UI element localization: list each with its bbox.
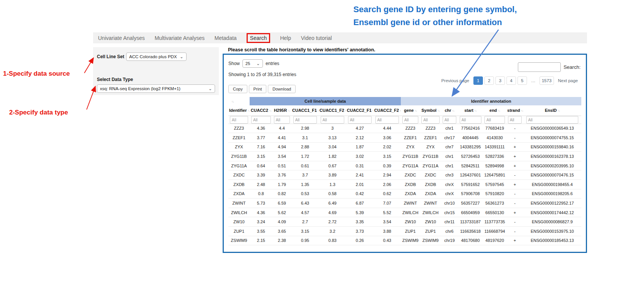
print-button[interactable]: Print [249, 85, 267, 93]
sort-icon[interactable]: ↑↓ [318, 109, 319, 113]
sort-icon[interactable]: ↑↓ [557, 109, 560, 113]
page-button-3[interactable]: 3 [495, 76, 505, 85]
filter-input-gene[interactable] [402, 116, 418, 124]
sort-icon[interactable]: ↑↓ [498, 109, 500, 113]
column-header-h295r[interactable]: H295R↑↓ [272, 105, 291, 116]
cell-start: 4004445 [458, 133, 483, 143]
table-row[interactable]: ZWILCH4.365.624.574.695.395.52ZWILCHZWIL… [228, 208, 581, 217]
page-button-1[interactable]: 1 [473, 76, 483, 85]
nav-item-video-tutorial[interactable]: Video tutorial [301, 35, 332, 41]
filter-input-ensid[interactable] [526, 116, 578, 124]
column-header-strand[interactable]: strand↑↓ [506, 105, 523, 116]
cell-cuacc2: 7.16 [250, 142, 272, 152]
nav-item-univariate-analyses[interactable]: Univariate Analyses [98, 35, 145, 41]
filter-input-end[interactable] [484, 116, 505, 124]
cell-line-set-select[interactable]: ACC Colorado plus PDX ⌄ [126, 52, 187, 61]
download-button[interactable]: Download [268, 85, 296, 93]
sort-icon[interactable]: ↑↓ [521, 109, 523, 113]
table-row[interactable]: ZW103.244.092.72.723.353.54ZW10ZW10chr11… [228, 217, 581, 227]
table-row[interactable]: ZSWIM92.152.380.950.830.260.43ZSWIM9ZSWI… [228, 236, 581, 245]
cell-cuacc2-f2: 0.62 [373, 189, 401, 199]
table-row[interactable]: ZXDC3.393.763.73.892.412.94ZXDCZXDCchr31… [228, 170, 581, 180]
cell-cuacc1-f2: 3.13 [319, 133, 346, 143]
cell-h295r: 4.4 [272, 124, 291, 133]
cell-gene: ZWINT [401, 199, 420, 208]
table-row[interactable]: ZYX7.164.942.883.041.872.02ZYXZYXchr7143… [228, 142, 581, 152]
page-button-1573[interactable]: 1573 [540, 76, 554, 85]
filter-input-cuacc1-f1[interactable] [293, 116, 317, 124]
table-row[interactable]: ZXDA0.80.820.530.580.420.62ZXDAZXDAchrX5… [228, 189, 581, 199]
cell-h295r: 4.94 [272, 142, 291, 152]
column-header-cuacc2[interactable]: CUACC2↑↓ [250, 105, 272, 116]
filter-input-cuacc2-f2[interactable] [375, 116, 399, 124]
sort-icon[interactable]: ↑↓ [231, 100, 234, 103]
nav-item-multivariate-analyses[interactable]: Multivariate Analyses [155, 35, 205, 41]
cell-start: 113733187 [458, 217, 483, 227]
sort-icon[interactable]: ↑↓ [247, 109, 250, 113]
cell-gene: ZXDC [401, 170, 420, 180]
column-header-cuacc1-f1[interactable]: CUACC1_F1↑↓ [291, 105, 319, 116]
next-page-button[interactable]: Next page [555, 76, 581, 85]
nav-item-metadata[interactable]: Metadata [214, 35, 236, 41]
column-header-chr[interactable]: chr↑↓ [441, 105, 458, 116]
column-header-gene[interactable]: gene↑↓ [401, 105, 420, 116]
table-row[interactable]: ZUP13.553.653.153.23.733.88ZUP1ZUP1chr61… [228, 227, 581, 236]
data-type-select[interactable]: xsq: RNA-seq Expression (log2 FPKM+1) ⌄ [97, 84, 215, 93]
page-button-2[interactable]: 2 [484, 76, 494, 85]
filter-input-identifier[interactable] [230, 116, 248, 124]
sort-icon[interactable]: ↑↓ [452, 109, 454, 113]
filter-input-h295r[interactable] [274, 116, 290, 124]
nav-item-help[interactable]: Help [280, 35, 291, 41]
cell-line-set-label: Cell Line Set [97, 54, 124, 59]
cell-gene: ZWILCH [401, 208, 420, 217]
red-arrow-1 [84, 58, 93, 73]
table-row[interactable]: ZZEF13.774.413.13.132.123.06ZZEF1ZZEF1ch… [228, 133, 581, 143]
cell-strand: - [506, 227, 523, 236]
table-row[interactable]: ZZZ34.364.42.9834.274.44ZZZ3ZZZ3chr17756… [228, 124, 581, 133]
column-header-ensid[interactable]: EnsID↑↓ [523, 105, 581, 116]
previous-page-button[interactable]: Previous page [438, 76, 472, 85]
data-type-value: xsq: RNA-seq Expression (log2 FPKM+1) [100, 86, 180, 91]
filter-input-symbol[interactable] [421, 116, 440, 124]
sort-icon[interactable]: ↑↓ [345, 109, 346, 113]
filter-input-chr[interactable] [443, 116, 457, 124]
column-header-symbol[interactable]: Symbol↑↓ [420, 105, 441, 116]
sort-icon[interactable]: ↑↓ [415, 109, 417, 113]
filter-input-start[interactable] [460, 116, 481, 124]
column-header-cuacc1-f2[interactable]: CUACC1_F2↑↓ [319, 105, 346, 116]
table-row[interactable]: ZXDB2.481.791.351.32.012.06ZXDBZXDBchrX5… [228, 180, 581, 189]
filter-input-cuacc2[interactable] [251, 116, 271, 124]
sort-icon[interactable]: ↑↓ [288, 109, 290, 113]
cell-cuacc1-f1: 2.7 [291, 217, 319, 227]
sort-icon[interactable]: ↑↓ [400, 109, 401, 113]
page-length-select[interactable]: 25 ⌄ [242, 59, 263, 68]
column-header-start[interactable]: start↑↓ [458, 105, 483, 116]
copy-button[interactable]: Copy [228, 85, 247, 93]
cell-end: 57910820 [483, 189, 506, 199]
cell-end: 57597545 [483, 180, 506, 189]
cell-cuacc2: 2.48 [250, 180, 272, 189]
sort-icon[interactable]: ↑↓ [269, 109, 271, 113]
search-input[interactable] [518, 62, 561, 72]
scroll-hint: Please scroll the table horizontally to … [228, 47, 375, 52]
table-row[interactable]: ZYG11A0.640.510.610.670.310.39ZYG11AZYG1… [228, 161, 581, 170]
table-row[interactable]: ZYG11B3.153.541.721.823.023.15ZYG11BZYG1… [228, 152, 581, 161]
filter-input-cuacc1-f2[interactable] [321, 116, 345, 124]
filter-input-cuacc2-f1[interactable] [348, 116, 372, 124]
cell-h295r: 3.65 [272, 227, 291, 236]
sort-icon[interactable]: ↑↓ [474, 109, 476, 113]
sort-icon[interactable]: ↑↓ [372, 109, 373, 113]
page-button-5[interactable]: 5 [517, 76, 527, 85]
filter-row [228, 116, 581, 124]
nav-item-search[interactable]: Search [247, 33, 270, 43]
cell-identifier: ZSWIM9 [228, 236, 250, 245]
column-header-cuacc2-f1[interactable]: CUACC2_F1↑↓ [346, 105, 373, 116]
column-header-end[interactable]: end↑↓ [483, 105, 506, 116]
filter-input-strand[interactable] [508, 116, 522, 124]
column-header-identifier[interactable]: Identifier↑↓ [228, 105, 250, 116]
sort-icon[interactable]: ↑↓ [437, 109, 440, 113]
show-label: Show [228, 61, 240, 66]
column-header-cuacc2-f2[interactable]: CUACC2_F2↑↓ [373, 105, 401, 116]
table-row[interactable]: ZWINT5.736.596.436.496.877.07ZWINTZWINTc… [228, 199, 581, 208]
page-button-4[interactable]: 4 [506, 76, 516, 85]
